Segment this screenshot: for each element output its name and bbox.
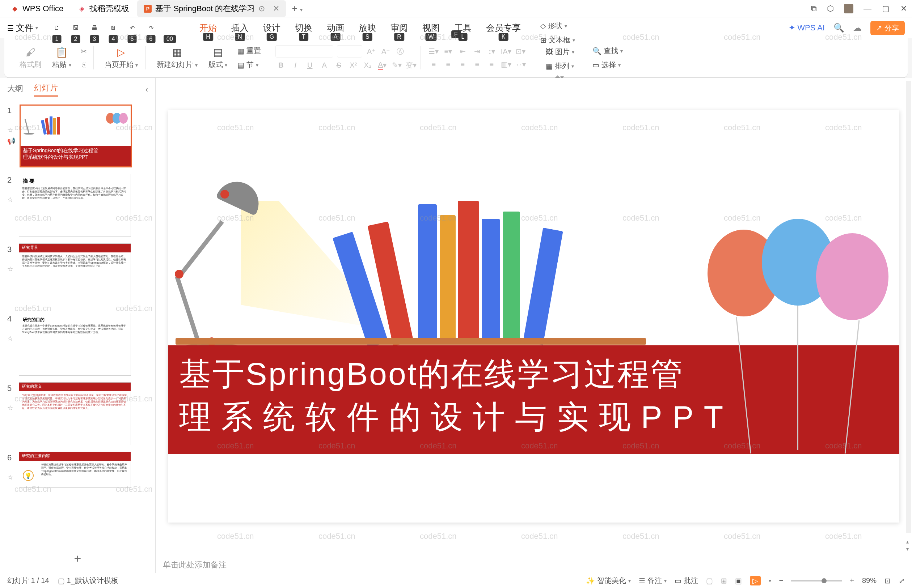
picture-button[interactable]: 🖼 图片 ▾ bbox=[543, 46, 577, 58]
slide-thumbnail-6[interactable]: 研究的主要内容 💡 本研究将围绕在线学习过程管理系统展开全面深入的研究。整个系统… bbox=[19, 452, 131, 488]
view-reading-icon[interactable]: ▣ bbox=[735, 577, 742, 585]
file-menu[interactable]: 文件 ▾ F bbox=[7, 22, 38, 34]
zoom-out-icon[interactable]: − bbox=[779, 577, 784, 585]
slideshow-dropdown[interactable]: ▾ bbox=[769, 578, 771, 584]
slide-thumbnail-5[interactable]: 研究的意义 "互联网+"的浪潮来袭，使得教育教学也受到巨大影响与冲击强化，学习过… bbox=[19, 382, 131, 445]
slide-canvas[interactable]: 基于SpringBoot的在线学习过程管 理系统软件的设计与实现PPT bbox=[168, 110, 899, 523]
thumb-row-6[interactable]: 6☆ 研究的主要内容 💡 本研究将围绕在线学习过程管理系统展开全面深入的研究。整… bbox=[7, 452, 148, 488]
increase-font-icon[interactable]: A⁺ bbox=[366, 46, 377, 57]
view-sorter-icon[interactable]: ⊞ bbox=[721, 577, 727, 585]
paste-button[interactable]: 📋粘贴 ▾ bbox=[49, 45, 75, 71]
from-current-button[interactable]: ▷当页开始 ▾ bbox=[101, 45, 142, 71]
decrease-font-icon[interactable]: A⁻ bbox=[381, 46, 391, 57]
add-slide-button[interactable]: + bbox=[0, 544, 155, 573]
slide-thumbnail-3[interactable]: 研究背景 随着科技的发展和互联网技术的普及，人们的生活方式发生了翻天覆地的变化。… bbox=[19, 243, 131, 306]
indent-left-icon[interactable]: ⇤ bbox=[457, 46, 468, 57]
distributed-icon[interactable]: ≡ bbox=[486, 59, 497, 70]
font-color-icon[interactable]: A▾ bbox=[377, 60, 387, 71]
qat-print-preview-icon[interactable]: 🗎4 bbox=[107, 22, 119, 34]
tab-home[interactable]: ◆ WPS Office bbox=[4, 1, 70, 16]
thumb-row-4[interactable]: 4☆ 研究的目的 本研究旨在开发一个基于SpringBoot框架的在线学习过程管… bbox=[7, 313, 148, 376]
tab-animation[interactable]: 动画A bbox=[327, 20, 344, 36]
new-slide-button[interactable]: ▦新建幻灯片 ▾ bbox=[153, 45, 201, 71]
avatar-icon[interactable] bbox=[844, 4, 854, 13]
cube-icon[interactable]: ⬡ bbox=[827, 4, 834, 13]
tab-document[interactable]: P 基于 SpringBoot 的在线学习 ⊙ ✕ bbox=[137, 0, 286, 17]
thumb-row-5[interactable]: 5☆ 研究的意义 "互联网+"的浪潮来袭，使得教育教学也受到巨大影响与冲击强化，… bbox=[7, 382, 148, 445]
layout-button[interactable]: ▤版式 ▾ bbox=[205, 45, 231, 71]
qat-new-icon[interactable]: 🗋1 bbox=[51, 22, 63, 34]
bold-icon[interactable]: B bbox=[275, 60, 286, 71]
font-family-select[interactable] bbox=[275, 45, 333, 58]
collapse-icon[interactable]: ‹ bbox=[146, 85, 148, 94]
underline-icon[interactable]: U bbox=[305, 60, 315, 71]
tab-start[interactable]: 开始H bbox=[199, 20, 217, 36]
bullets-icon[interactable]: ☰▾ bbox=[428, 46, 439, 57]
panel-tab-slides[interactable]: 幻灯片 bbox=[34, 82, 58, 97]
format-painter-button[interactable]: 🖌格式刷 bbox=[16, 45, 45, 71]
zoom-level[interactable]: 89% bbox=[862, 577, 876, 585]
zoom-in-icon[interactable]: + bbox=[850, 577, 854, 585]
highlight-icon[interactable]: ✎▾ bbox=[391, 60, 402, 71]
dropdown-icon[interactable]: ⊙ bbox=[258, 4, 265, 13]
align-right-icon[interactable]: ≡ bbox=[457, 59, 468, 70]
panel-tab-outline[interactable]: 大纲 bbox=[7, 83, 23, 96]
slideshow-button[interactable]: ▷ bbox=[750, 576, 761, 585]
section-button[interactable]: ▤ 节 ▾ bbox=[235, 59, 264, 71]
strike2-icon[interactable]: S bbox=[333, 60, 344, 71]
tab-view[interactable]: 视图W bbox=[422, 20, 440, 36]
text-direction-icon[interactable]: IA▾ bbox=[501, 46, 511, 57]
columns-icon[interactable]: ▥▾ bbox=[501, 59, 511, 70]
line-spacing-icon[interactable]: ↕▾ bbox=[486, 46, 497, 57]
close-button[interactable]: ✕ bbox=[900, 4, 908, 13]
prev-slide-icon[interactable]: ▴ bbox=[906, 539, 911, 544]
indent-right-icon[interactable]: ⇥ bbox=[471, 46, 483, 57]
wps-ai-button[interactable]: ✦ WPS AI bbox=[789, 23, 825, 32]
fit-window-icon[interactable]: ⊡ bbox=[884, 577, 891, 585]
minimize-button[interactable]: — bbox=[863, 4, 872, 13]
canvas-scroll[interactable]: 基于SpringBoot的在线学习过程管 理系统软件的设计与实现PPT ▴ ▾ bbox=[156, 78, 912, 555]
search-icon[interactable]: 🔍 bbox=[833, 23, 844, 33]
justify-icon[interactable]: ≡ bbox=[471, 59, 483, 70]
select-button[interactable]: ▭ 选择 ▾ bbox=[590, 59, 626, 71]
align-left-icon[interactable]: ≡ bbox=[428, 59, 439, 70]
tab-tools[interactable]: 工具L bbox=[454, 20, 471, 36]
qat-undo-icon[interactable]: ↶5 bbox=[126, 22, 138, 34]
tab-vip[interactable]: 会员专享K bbox=[486, 20, 521, 36]
font-size-select[interactable] bbox=[337, 45, 362, 58]
slide-thumbnail-4[interactable]: 研究的目的 本研究旨在开发一个基于SpringBoot框架的在线学习过程管理系统… bbox=[19, 313, 131, 376]
tab-insert[interactable]: 插入N bbox=[231, 20, 249, 36]
comments-button[interactable]: ▭ 批注 bbox=[675, 576, 698, 585]
subscript-icon[interactable]: X₂ bbox=[362, 60, 373, 71]
window-list-icon[interactable]: ⧉ bbox=[811, 4, 817, 13]
textbox-button[interactable]: ⊞ 文本框 ▾ bbox=[538, 34, 578, 46]
copy-icon[interactable]: ⎘ bbox=[79, 59, 89, 70]
add-tab-button[interactable]: + ▾ bbox=[287, 3, 306, 14]
char-spacing-icon[interactable]: 变▾ bbox=[406, 60, 416, 71]
tab-review[interactable]: 审阅R bbox=[390, 20, 408, 36]
align-center-icon[interactable]: ≡ bbox=[442, 59, 454, 70]
slide-thumbnail-1[interactable]: 基于SpringBoot的在线学习过程管 理系统软件的设计与实现PPT bbox=[19, 105, 132, 168]
thumb-row-2[interactable]: 2☆ 摘 要 随着信息技术的飞速发展和网络教育的普及，在线学习已成为现代教育体系… bbox=[7, 174, 148, 237]
spacing-icon[interactable]: ↔▾ bbox=[515, 59, 526, 70]
template-name[interactable]: ▢ 1_默认设计模板 bbox=[58, 576, 118, 585]
qat-print-icon[interactable]: 🖶3 bbox=[89, 22, 100, 34]
find-button[interactable]: 🔍 查找 ▾ bbox=[590, 45, 626, 57]
arrange-button[interactable]: ▦ 排列 ▾ bbox=[543, 60, 577, 72]
shape-button[interactable]: ◇ 形状 ▾ bbox=[538, 20, 578, 32]
expand-icon[interactable]: ⤢ bbox=[899, 577, 905, 585]
zoom-slider[interactable] bbox=[791, 580, 842, 582]
qat-more-icon[interactable]: 00 bbox=[164, 22, 175, 34]
maximize-button[interactable]: ▢ bbox=[881, 4, 889, 13]
thumb-row-3[interactable]: 3☆ 研究背景 随着科技的发展和互联网技术的普及，人们的生活方式发生了翻天覆地的… bbox=[7, 243, 148, 306]
slide-thumbnail-2[interactable]: 摘 要 随着信息技术的飞速发展和网络教育的普及，在线学习已成为现代教育体系中不可… bbox=[19, 174, 131, 237]
next-slide-icon[interactable]: ▾ bbox=[906, 546, 911, 552]
tab-templates[interactable]: ◈ 找稻壳模板 bbox=[71, 0, 136, 17]
notes-button[interactable]: ☰ 备注 ▾ bbox=[639, 576, 667, 585]
tab-slideshow[interactable]: 放映S bbox=[359, 20, 376, 36]
cloud-icon[interactable]: ☁ bbox=[853, 23, 862, 33]
qat-save-icon[interactable]: 🖫2 bbox=[70, 22, 81, 34]
cut-icon[interactable]: ✂ bbox=[79, 46, 89, 57]
reset-button[interactable]: ▦ 重置 bbox=[235, 45, 264, 57]
beautify-button[interactable]: ✨ 智能美化 ▾ bbox=[586, 576, 631, 585]
